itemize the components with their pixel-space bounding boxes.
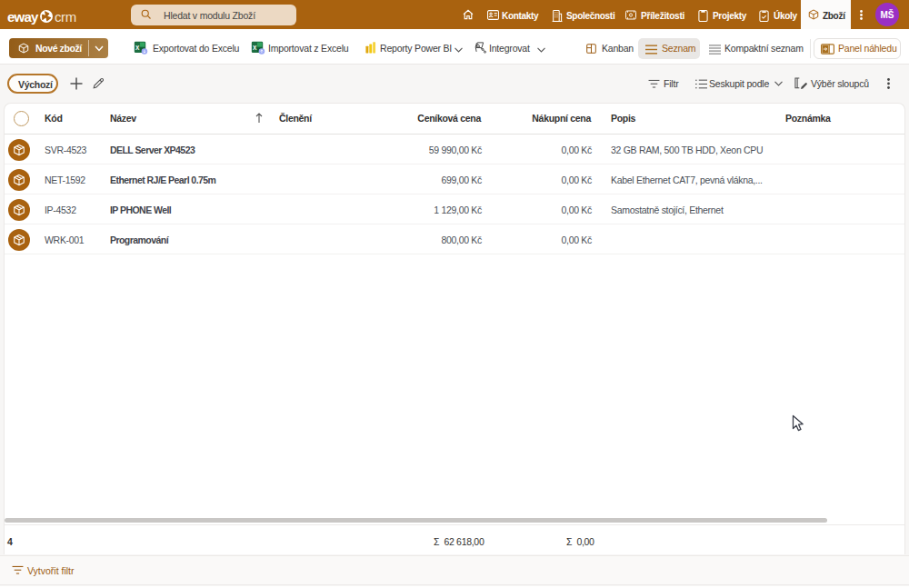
svg-text:X: X [135, 45, 140, 51]
svg-text:X: X [253, 45, 257, 51]
